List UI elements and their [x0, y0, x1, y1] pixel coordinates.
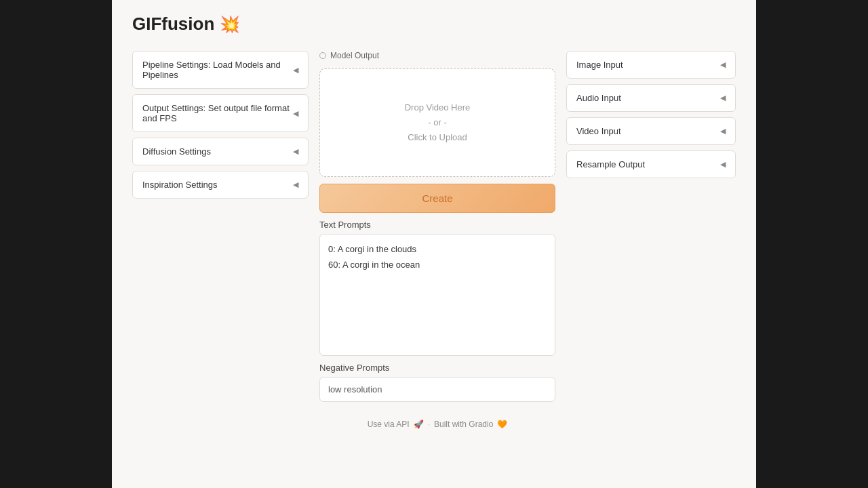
left-sidebar: Pipeline Settings: Load Models and Pipel…	[132, 51, 309, 429]
sidebar-item-pipeline[interactable]: Pipeline Settings: Load Models and Pipel…	[132, 51, 309, 89]
create-button-label: Create	[422, 192, 452, 204]
negative-prompts-input[interactable]	[319, 377, 555, 402]
right-accordion-video-input-label: Video Input	[576, 126, 621, 136]
text-prompts-section: Text Prompts 0: A corgi in the clouds 60…	[319, 220, 555, 356]
video-upload-area[interactable]: Drop Video Here - or - Click to Upload	[319, 68, 555, 177]
chevron-left-icon-audio-input: ◀	[720, 94, 726, 102]
right-accordion-audio-input[interactable]: Audio Input ◀	[566, 84, 736, 112]
video-upload-line2: - or -	[428, 115, 446, 130]
app-header: GIFfusion 💥	[132, 14, 736, 35]
chevron-left-icon-inspiration: ◀	[293, 180, 298, 189]
sidebar-item-output-label: Output Settings: Set output file format …	[142, 103, 293, 123]
video-upload-line1: Drop Video Here	[405, 100, 471, 115]
sidebar-item-pipeline-label: Pipeline Settings: Load Models and Pipel…	[142, 60, 293, 80]
app-icon: 💥	[220, 15, 240, 34]
chevron-left-icon-resample-output: ◀	[720, 160, 726, 169]
right-accordion-resample-output[interactable]: Resample Output ◀	[566, 150, 736, 178]
api-label: Use via API	[368, 420, 410, 429]
api-icon: 🚀	[414, 420, 424, 429]
model-output-status-dot	[319, 52, 326, 59]
built-label: Built with Gradio	[434, 420, 493, 429]
text-prompts-display[interactable]: 0: A corgi in the clouds 60: A corgi in …	[319, 234, 555, 356]
sidebar-item-diffusion[interactable]: Diffusion Settings ◀	[132, 138, 309, 165]
app-title: GIFfusion	[132, 14, 214, 35]
footer-separator: ·	[428, 420, 430, 429]
chevron-left-icon-image-input: ◀	[720, 60, 726, 69]
right-accordion-resample-output-label: Resample Output	[576, 159, 645, 169]
chevron-left-icon-output: ◀	[293, 109, 298, 118]
chevron-left-icon-diffusion: ◀	[293, 147, 298, 156]
right-accordion-video-input[interactable]: Video Input ◀	[566, 117, 736, 145]
sidebar-item-diffusion-label: Diffusion Settings	[142, 146, 211, 157]
footer: Use via API 🚀 · Built with Gradio 🧡	[319, 420, 555, 429]
right-accordion-image-input-label: Image Input	[576, 60, 623, 70]
right-sidebar: Image Input ◀ Audio Input ◀ Video Input …	[566, 51, 736, 429]
video-upload-line3: Click to Upload	[408, 130, 467, 145]
sidebar-item-inspiration[interactable]: Inspiration Settings ◀	[132, 171, 309, 199]
built-icon: 🧡	[497, 420, 507, 429]
right-accordion-audio-input-label: Audio Input	[576, 93, 621, 103]
main-layout: Pipeline Settings: Load Models and Pipel…	[132, 51, 736, 429]
center-panel: Model Output Drop Video Here - or - Clic…	[319, 51, 555, 429]
right-accordion-image-input[interactable]: Image Input ◀	[566, 51, 736, 79]
sidebar-item-inspiration-label: Inspiration Settings	[142, 180, 218, 190]
chevron-left-icon-pipeline: ◀	[293, 66, 298, 75]
sidebar-item-output[interactable]: Output Settings: Set output file format …	[132, 94, 309, 132]
negative-prompts-section: Negative Prompts	[319, 363, 555, 402]
model-output-label-text: Model Output	[330, 51, 379, 60]
text-prompt-line-1: 60: A corgi in the ocean	[328, 257, 547, 272]
text-prompts-label: Text Prompts	[319, 220, 555, 230]
negative-prompts-label: Negative Prompts	[319, 363, 555, 373]
text-prompt-line-0: 0: A corgi in the clouds	[328, 241, 547, 257]
create-button[interactable]: Create	[319, 184, 555, 213]
model-output-header: Model Output	[319, 51, 555, 60]
app-container: GIFfusion 💥 Pipeline Settings: Load Mode…	[112, 0, 756, 488]
chevron-left-icon-video-input: ◀	[720, 127, 726, 136]
